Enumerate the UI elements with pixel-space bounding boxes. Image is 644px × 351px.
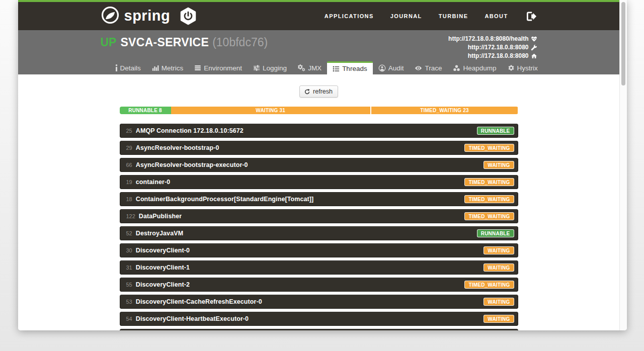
service-header: UPSVCA-SERVICE(10bfdc76) http://172.18.0… xyxy=(18,30,619,74)
home-icon xyxy=(531,53,537,59)
wrench-icon xyxy=(531,44,537,51)
thread-id: 18 xyxy=(126,196,132,202)
thread-id: 66 xyxy=(126,162,132,168)
tab-metrics[interactable]: Metrics xyxy=(146,61,189,74)
env-icon xyxy=(194,64,201,71)
nav-about[interactable]: ABOUT xyxy=(485,13,508,19)
thread-name: AMQP Connection 172.18.0.10:5672 xyxy=(136,127,244,134)
thread-state-badge: RUNNABLE xyxy=(477,229,514,237)
tab-label: Audit xyxy=(388,64,404,72)
spring-boot-icon xyxy=(179,7,197,25)
tab-bar: Details Metrics Environment Logging JMX … xyxy=(110,61,543,74)
thread-name: DiscoveryClient-0 xyxy=(136,247,190,254)
tab-label: Metrics xyxy=(162,64,184,72)
scrollbar-thumb[interactable] xyxy=(621,2,625,85)
tab-heapdump[interactable]: Heapdump xyxy=(447,61,502,74)
url-text: http://172.18.0.8:8080 xyxy=(468,43,529,52)
thread-name: DiscoveryClient-HeartbeatExecutor-0 xyxy=(136,315,249,322)
thread-row[interactable]: 19 container-0 TIMED_WAITING xyxy=(120,175,518,189)
thread-row[interactable]: 122 DataPublisher TIMED_WAITING xyxy=(120,209,518,223)
page-scrollbar[interactable] xyxy=(619,0,627,330)
refresh-icon xyxy=(304,89,310,95)
tab-audit[interactable]: Audit xyxy=(373,61,410,74)
thread-id: 30 xyxy=(126,247,132,253)
service-name: SVCA-SERVICE xyxy=(120,36,209,49)
tab-environment[interactable]: Environment xyxy=(189,61,248,74)
thread-state-badge: WAITING xyxy=(484,298,514,306)
nav-journal[interactable]: JOURNAL xyxy=(390,13,422,19)
thread-state-badge: TIMED_WAITING xyxy=(464,144,514,152)
nav-turbine[interactable]: TURBINE xyxy=(439,13,468,19)
circles-icon xyxy=(453,64,460,72)
tab-label: Details xyxy=(120,64,141,72)
thread-state-badge: TIMED_WAITING xyxy=(464,195,514,203)
tab-label: Threads xyxy=(342,65,367,72)
thread-state-segment: WAITING 31 xyxy=(171,107,370,114)
tab-label: JMX xyxy=(308,64,321,72)
thread-state-badge: RUNNABLE xyxy=(477,127,514,135)
chart-icon xyxy=(152,64,159,71)
thread-row[interactable]: 53 DiscoveryClient-CacheRefreshExecutor-… xyxy=(120,295,518,309)
service-urls: http://172.18.0.8:8080/health http://172… xyxy=(448,35,537,60)
eye-icon xyxy=(415,64,422,72)
page-title: UPSVCA-SERVICE(10bfdc76) xyxy=(101,36,268,60)
thread-row[interactable]: 30 DiscoveryClient-0 WAITING xyxy=(120,243,518,257)
thread-row[interactable]: 31 DiscoveryClient-1 WAITING xyxy=(120,260,518,275)
tab-label: Environment xyxy=(204,64,242,72)
thread-row[interactable]: 25 AMQP Connection 172.18.0.10:5672 RUNN… xyxy=(120,124,518,138)
signout-icon[interactable] xyxy=(525,10,537,23)
thread-name: DataPublisher xyxy=(139,213,182,220)
thread-state-badge: TIMED_WAITING xyxy=(464,212,514,220)
thread-name: AsyncResolver-bootstrap-executor-0 xyxy=(136,161,248,168)
thread-id: 29 xyxy=(126,145,132,151)
browser-page: spring APPLICATIONSJOURNALTURBINEABOUT U… xyxy=(18,0,627,330)
service-url-link[interactable]: http://172.18.0.8:8080 xyxy=(448,52,537,60)
thread-id: 19 xyxy=(126,179,132,185)
tab-hystrix[interactable]: Hystrix xyxy=(502,61,543,74)
thread-id: 31 xyxy=(126,265,132,271)
thread-id: 55 xyxy=(126,282,132,288)
thread-name: DiscoveryClient-CacheRefreshExecutor-0 xyxy=(136,298,262,305)
info-icon xyxy=(115,64,118,71)
nav-links: APPLICATIONSJOURNALTURBINEABOUT xyxy=(325,13,508,19)
thread-state-segment: RUNNABLE 8 xyxy=(120,107,171,114)
service-url-link[interactable]: http://172.18.0.8:8080 xyxy=(448,43,537,52)
thread-name: DiscoveryClient-2 xyxy=(136,281,190,288)
instance-id: (10bfdc76) xyxy=(212,36,268,49)
user-icon xyxy=(378,64,386,72)
tab-label: Logging xyxy=(263,64,287,72)
tab-details[interactable]: Details xyxy=(110,61,146,74)
heartbeat-icon xyxy=(531,36,537,42)
nav-applications[interactable]: APPLICATIONS xyxy=(325,13,374,19)
thread-row[interactable]: 29 AsyncResolver-bootstrap-0 TIMED_WAITI… xyxy=(120,141,518,155)
sliders-icon xyxy=(253,64,260,71)
thread-name: DiscoveryClient-1 xyxy=(136,264,190,271)
thread-row[interactable]: 66 AsyncResolver-bootstrap-executor-0 WA… xyxy=(120,158,518,172)
thread-id: 122 xyxy=(126,213,135,219)
thread-name: AsyncResolver-bootstrap-0 xyxy=(136,144,219,151)
thread-row[interactable]: 18 ContainerBackgroundProcessor[Standard… xyxy=(120,192,518,206)
thread-row-partial[interactable] xyxy=(120,329,518,330)
list-icon xyxy=(333,65,340,72)
tab-label: Hystrix xyxy=(517,64,538,72)
thread-row[interactable]: 54 DiscoveryClient-HeartbeatExecutor-0 W… xyxy=(120,312,518,326)
thread-state-badge: TIMED_WAITING xyxy=(464,178,514,186)
tab-logging[interactable]: Logging xyxy=(248,61,292,74)
refresh-label: refresh xyxy=(313,88,333,95)
refresh-button[interactable]: refresh xyxy=(299,85,338,98)
thread-id: 53 xyxy=(126,299,132,305)
brand-text: spring xyxy=(124,8,171,24)
service-url-link[interactable]: http://172.18.0.8:8080/health xyxy=(448,35,537,43)
url-text: http://172.18.0.8:8080 xyxy=(468,52,529,60)
tab-jmx[interactable]: JMX xyxy=(292,61,327,74)
gear-icon xyxy=(508,64,515,71)
tab-trace[interactable]: Trace xyxy=(409,61,447,74)
tab-label: Trace xyxy=(425,64,442,72)
thread-name: container-0 xyxy=(136,179,170,186)
thread-row[interactable]: 52 DestroyJavaVM RUNNABLE xyxy=(120,226,518,240)
tab-threads[interactable]: Threads xyxy=(327,61,373,74)
spring-brand[interactable]: spring xyxy=(101,6,198,27)
thread-state-badge: WAITING xyxy=(484,161,514,169)
spring-leaf-icon xyxy=(101,6,120,27)
thread-row[interactable]: 55 DiscoveryClient-2 TIMED_WAITING xyxy=(120,278,518,292)
